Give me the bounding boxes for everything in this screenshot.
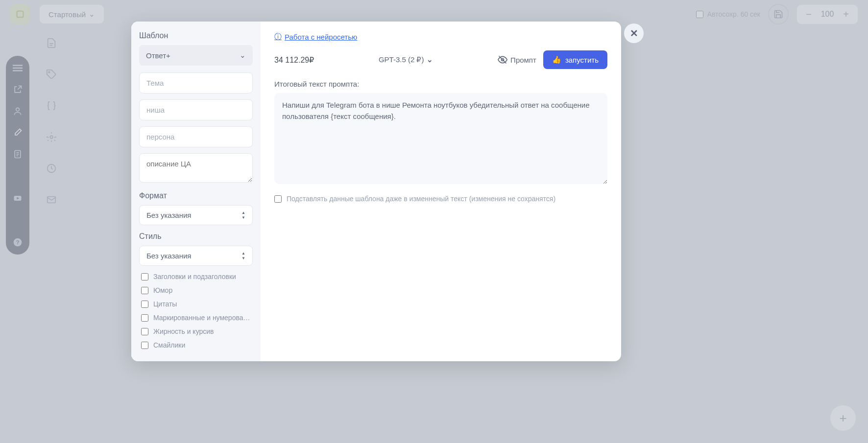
bold-checkbox-row[interactable]: Жирность и курсив bbox=[139, 327, 253, 335]
format-label: Формат bbox=[139, 191, 253, 200]
modal-right-panel: ⓘ Работа с нейросетью 34 112.29₽ GPT-3.5… bbox=[261, 22, 621, 361]
niche-input[interactable] bbox=[139, 99, 253, 120]
run-button-label: запустить bbox=[565, 56, 599, 64]
chevron-down-icon: ⌄ bbox=[427, 55, 433, 64]
modal-left-panel: Шаблон Ответ+ ⌄ Формат Без указания Стил… bbox=[131, 22, 261, 361]
style-select-value: Без указания bbox=[146, 252, 191, 260]
prompt-output-label: Итоговый текст промпта: bbox=[274, 80, 607, 88]
style-label: Стиль bbox=[139, 232, 253, 241]
style-select[interactable]: Без указания bbox=[139, 246, 253, 266]
prompt-visibility-toggle[interactable]: Промпт bbox=[498, 55, 536, 65]
persona-input[interactable] bbox=[139, 126, 253, 147]
modal-close-button[interactable]: ✕ bbox=[624, 23, 644, 43]
substitute-checkbox-row[interactable]: Подставлять данные шаблона даже в изменн… bbox=[274, 195, 607, 203]
quotes-label: Цитаты bbox=[153, 300, 177, 308]
quotes-checkbox[interactable] bbox=[141, 301, 148, 308]
humor-label: Юмор bbox=[153, 286, 172, 294]
ai-prompt-modal: ✕ Шаблон Ответ+ ⌄ Формат Без указания Ст… bbox=[131, 22, 621, 361]
template-select-value: Ответ+ bbox=[146, 51, 170, 60]
sort-icon bbox=[241, 210, 245, 220]
headings-checkbox-row[interactable]: Заголовки и подзаголовки bbox=[139, 273, 253, 280]
prompt-output-textarea[interactable] bbox=[274, 93, 607, 184]
help-link[interactable]: ⓘ Работа с нейросетью bbox=[274, 32, 357, 42]
format-select-value: Без указания bbox=[146, 211, 191, 219]
quotes-checkbox-row[interactable]: Цитаты bbox=[139, 300, 253, 308]
bold-checkbox[interactable] bbox=[141, 328, 148, 335]
lists-checkbox[interactable] bbox=[141, 314, 148, 322]
headings-checkbox[interactable] bbox=[141, 273, 148, 280]
humor-checkbox-row[interactable]: Юмор bbox=[139, 286, 253, 294]
theme-input[interactable] bbox=[139, 72, 253, 93]
bold-label: Жирность и курсив bbox=[153, 327, 214, 335]
balance-display: 34 112.29₽ bbox=[274, 55, 314, 65]
run-button[interactable]: 👍 запустить bbox=[543, 50, 607, 69]
format-select[interactable]: Без указания bbox=[139, 205, 253, 225]
thumbs-up-icon: 👍 bbox=[552, 55, 561, 64]
model-select[interactable]: GPT-3.5 (2 ₽) ⌄ bbox=[379, 55, 434, 64]
template-select[interactable]: Ответ+ ⌄ bbox=[139, 45, 253, 66]
model-label: GPT-3.5 (2 ₽) bbox=[379, 55, 424, 64]
prompt-toggle-label: Промпт bbox=[510, 56, 536, 64]
headings-label: Заголовки и подзаголовки bbox=[153, 273, 236, 280]
sort-icon bbox=[241, 251, 245, 260]
lists-label: Маркированные и нумерован... bbox=[153, 314, 251, 322]
emoji-checkbox[interactable] bbox=[141, 342, 148, 349]
emoji-label: Смайлики bbox=[153, 341, 185, 349]
audience-textarea[interactable] bbox=[139, 153, 253, 183]
lists-checkbox-row[interactable]: Маркированные и нумерован... bbox=[139, 314, 253, 322]
emoji-checkbox-row[interactable]: Смайлики bbox=[139, 341, 253, 349]
chevron-down-icon: ⌄ bbox=[240, 51, 246, 60]
template-label: Шаблон bbox=[139, 31, 253, 40]
substitute-checkbox[interactable] bbox=[274, 195, 282, 203]
substitute-label: Подставлять данные шаблона даже в изменн… bbox=[287, 195, 555, 203]
humor-checkbox[interactable] bbox=[141, 287, 148, 294]
info-icon: ⓘ bbox=[274, 32, 282, 42]
help-link-text: Работа с нейросетью bbox=[285, 33, 357, 41]
eye-off-icon bbox=[498, 55, 507, 65]
